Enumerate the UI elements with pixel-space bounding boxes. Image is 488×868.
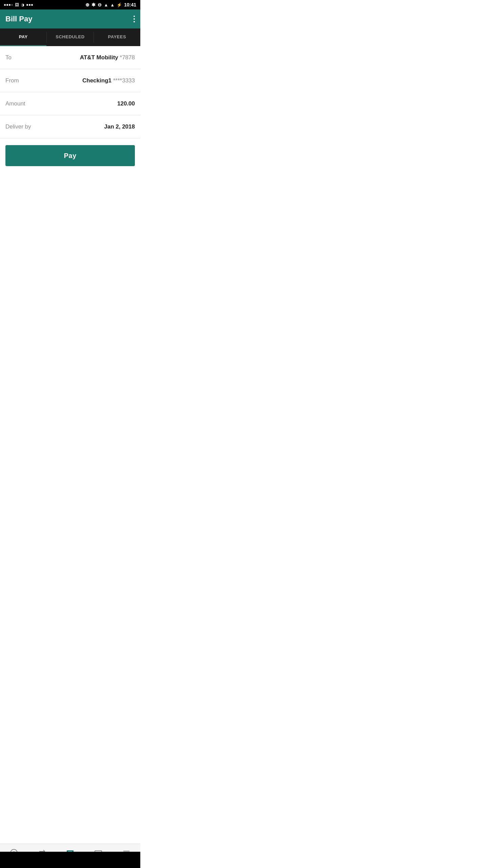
amount-label: Amount: [5, 100, 25, 107]
app-title: Bill Pay: [5, 15, 32, 23]
wifi-icon: ▲: [104, 2, 108, 7]
add-circle-icon: ⊕: [85, 2, 89, 7]
content-spacer: [0, 173, 140, 241]
minus-circle-icon: ⊖: [98, 2, 102, 7]
signal-bars-icon: ▲: [110, 2, 115, 7]
payee-account: *7878: [118, 54, 135, 61]
header-more-button[interactable]: [134, 16, 135, 22]
account-number: ****3333: [111, 77, 135, 84]
tab-payees[interactable]: PAYEES: [94, 28, 140, 46]
amount-field-row[interactable]: Amount 120.00: [0, 92, 140, 115]
bluetooth-icon: ✱: [92, 2, 96, 7]
deliver-by-label: Deliver by: [5, 123, 31, 130]
battery-icon: ⚡: [117, 2, 122, 7]
to-field-row[interactable]: To AT&T Mobility *7878: [0, 46, 140, 69]
payee-name: AT&T Mobility: [80, 54, 118, 61]
from-value: Checking1 ****3333: [82, 77, 135, 84]
sync-icon: ◑: [21, 3, 24, 7]
tab-navigation: PAY SCHEDULED PAYEES: [0, 28, 140, 46]
deliver-by-value: Jan 2, 2018: [104, 123, 135, 130]
pay-button[interactable]: Pay: [5, 145, 135, 166]
clock: 10:41: [124, 2, 136, 7]
to-label: To: [5, 54, 12, 61]
signal-strength: [4, 4, 13, 6]
status-right: ⊕ ✱ ⊖ ▲ ▲ ⚡ 10:41: [85, 2, 136, 7]
tab-scheduled[interactable]: SCHEDULED: [47, 28, 93, 46]
tab-pay[interactable]: PAY: [0, 28, 46, 46]
app-header: Bill Pay: [0, 9, 140, 28]
deliver-by-field-row[interactable]: Deliver by Jan 2, 2018: [0, 115, 140, 138]
amount-value: 120.00: [117, 100, 135, 107]
bill-pay-form: To AT&T Mobility *7878 From Checking1 **…: [0, 46, 140, 241]
to-value: AT&T Mobility *7878: [80, 54, 135, 61]
account-name: Checking1: [82, 77, 111, 84]
status-left: 🖼 ◑: [4, 2, 33, 7]
image-icon: 🖼: [15, 2, 19, 7]
from-label: From: [5, 77, 19, 84]
status-bar: 🖼 ◑ ⊕ ✱ ⊖ ▲ ▲ ⚡ 10:41: [0, 0, 140, 9]
carrier-signal: [26, 4, 33, 6]
pay-button-container: Pay: [0, 138, 140, 173]
from-field-row[interactable]: From Checking1 ****3333: [0, 69, 140, 92]
